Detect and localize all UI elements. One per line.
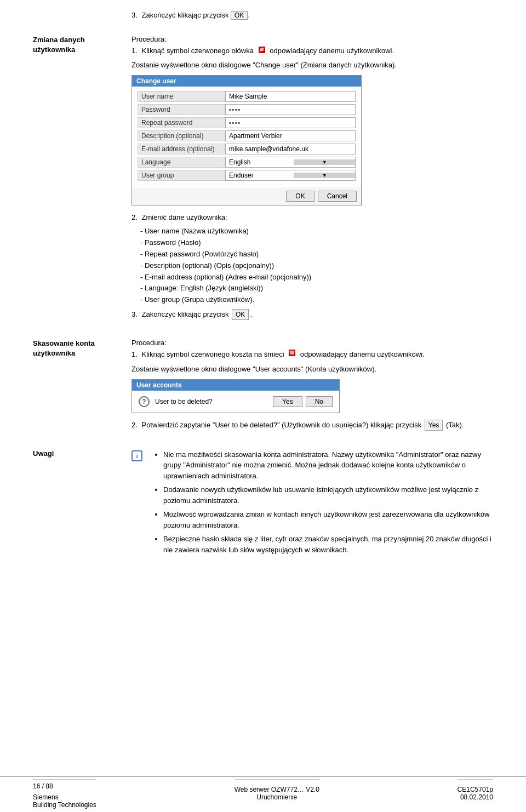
dialog-field-description[interactable]: Apartment Verbier (225, 130, 356, 141)
language-value: English (226, 157, 294, 167)
usergroup-value: Enduser (226, 170, 294, 180)
dialog-field-language[interactable]: English ▼ (225, 157, 356, 168)
list-item: - E-mail address (optional) (Adres e-mai… (140, 272, 493, 283)
dialog-label-email: E-mail address (optional) (138, 144, 225, 155)
skasowanie-label-line2: użytkownika (33, 349, 75, 357)
info-icon: i (132, 450, 142, 461)
trash-icon (288, 349, 296, 361)
dialog-label-usergroup: User group (138, 170, 225, 181)
skasowanie-step2-text-after: (Tak). (446, 421, 464, 429)
dialog-label-description: Description (optional) (138, 130, 225, 141)
user-accounts-dialog: User accounts ? User to be deleted? Yes … (132, 379, 340, 413)
skasowanie-procedura: Procedura: (132, 339, 493, 347)
svg-rect-4 (290, 352, 291, 354)
zmiana-step1-number: 1. (132, 47, 138, 55)
dialog-field-email[interactable]: mike.sample@vodafone.uk (225, 144, 356, 155)
list-item: - Language: English (Język (angielski)) (140, 283, 493, 294)
doc-date: 08.02.2010 (458, 793, 493, 801)
top-step-text-after: . (248, 11, 250, 19)
skasowanie-step1-text2: Zostanie wyświetlone okno dialogowe "Use… (132, 364, 493, 375)
zmiana-step3-text-before: Zakończyć klikając przycisk (141, 310, 228, 318)
uwagi-label: Uwagi (33, 449, 54, 458)
ua-no-button[interactable]: No (306, 396, 333, 407)
list-item: Nie ma możliwości skasowania konta admin… (163, 449, 493, 482)
dialog-label-username: User name (138, 91, 225, 102)
zmiana-step2-text: Zmienić dane użytkownika: (141, 213, 227, 221)
company-name: Siemens (33, 793, 96, 801)
zmiana-label-line1: Zmiana danych (33, 36, 85, 44)
ua-dialog-title: User accounts (132, 380, 339, 391)
zmiana-step1b: Zostanie wyświetlone okno dialogowe "Cha… (132, 60, 493, 71)
list-item: - User name (Nazwa użytkownika) (140, 226, 493, 237)
skasowanie-label-line1: Skasowanie konta (33, 339, 95, 347)
page-number: 16 / 88 (33, 780, 96, 790)
zmiana-procedura: Procedura: (132, 35, 493, 43)
zmiana-step2-number: 2. (132, 213, 138, 221)
top-ok-btn-inline: OK (231, 11, 248, 20)
language-dropdown-arrow[interactable]: ▼ (294, 159, 356, 165)
company-division: Building Technologies (33, 801, 96, 809)
dialog-label-password: Password (138, 104, 225, 115)
uwagi-bullet-list: Nie ma możliwości skasowania konta admin… (153, 449, 493, 556)
zmiana-step1-text: Kliknąć symbol czerwonego ołówka (141, 47, 253, 55)
pencil-icon (258, 46, 266, 57)
svg-rect-6 (293, 352, 294, 354)
skasowanie-step2-number: 2. (132, 421, 138, 429)
skasowanie-step1-number: 1. (132, 350, 138, 358)
question-icon: ? (139, 396, 150, 407)
skasowanie-step2-btn: Yes (425, 420, 443, 431)
doc-number: CE1C5701p (458, 786, 493, 793)
dialog-cancel-button[interactable]: Cancel (318, 191, 357, 202)
zmiana-step3-number: 3. (132, 310, 138, 318)
list-item: - Description (optional) (Opis (opcjonal… (140, 260, 493, 272)
ua-yes-button[interactable]: Yes (273, 396, 302, 407)
list-item: - User group (Grupa użytkowników). (140, 294, 493, 306)
skasowanie-step1-text-before: Kliknąć symbol czerwonego koszta na śmie… (141, 350, 284, 358)
top-step-text-before: Zakończyć klikając przycisk (141, 11, 228, 19)
ua-question-text: User to be deleted? (155, 398, 267, 405)
list-item: Bezpieczne hasło składa się z liter, cyf… (163, 534, 493, 555)
dialog-label-language: Language (138, 157, 225, 168)
list-item: Dodawanie nowych użytkowników lub usuwan… (163, 484, 493, 506)
zmiana-step1-text2: odpowiadający danemu użytkownikowi. (270, 47, 394, 55)
dialog-field-username[interactable]: Mike Sample (225, 91, 356, 102)
page-footer: 16 / 88 Siemens Building Technologies We… (0, 776, 526, 812)
svg-rect-3 (290, 351, 294, 352)
list-item: - Password (Hasło) (140, 237, 493, 249)
dialog-ok-button[interactable]: OK (286, 191, 314, 202)
svg-rect-7 (289, 351, 295, 352)
zmiana-step3-btn: OK (232, 309, 249, 320)
product-subtitle: Uruchomienie (235, 793, 319, 801)
dialog-field-repeat-password[interactable]: •••• (225, 117, 356, 128)
svg-rect-5 (291, 352, 293, 354)
dialog-field-usergroup[interactable]: Enduser ▼ (225, 170, 356, 181)
list-item: Możliwość wprowadzania zmian w kontach i… (163, 509, 493, 530)
dialog-title: Change user (132, 76, 361, 87)
list-item: - Repeat password (Powtórzyć hasło) (140, 249, 493, 260)
dialog-label-repeat-password: Repeat password (138, 117, 225, 128)
usergroup-dropdown-arrow[interactable]: ▼ (294, 173, 356, 178)
zmiana-label-line2: użytkownika (33, 45, 75, 54)
skasowanie-step1-text-after: odpowiadający danemu użytkownikowi. (300, 350, 425, 358)
change-user-dialog: Change user User name Mike Sample Passwo… (132, 75, 362, 205)
skasowanie-step2-text-before: Potwierdzić zapytanie "User to be delete… (141, 421, 421, 429)
top-step-number: 3. (132, 11, 138, 19)
dialog-field-password[interactable]: •••• (225, 104, 356, 115)
product-name: Web serwer OZW772… V2.0 (235, 786, 319, 793)
zmiana-step3-text-after: . (250, 310, 252, 318)
zmiana-step2-items: - User name (Nazwa użytkownika) - Passwo… (140, 226, 493, 306)
